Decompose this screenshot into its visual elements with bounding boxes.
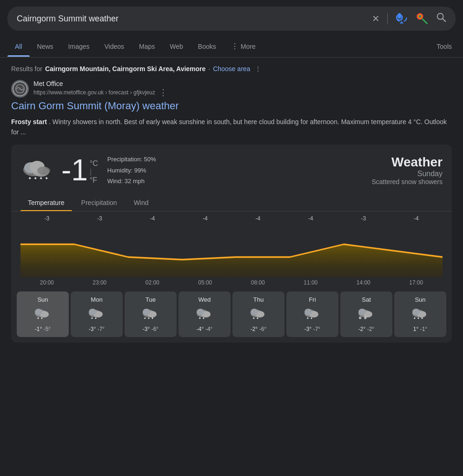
lens-icon[interactable] [416,12,429,25]
time-label-6: 14:00 [337,279,390,286]
svg-point-23 [89,309,96,315]
tab-images[interactable]: Images [61,36,97,57]
weather-condition: Scattered snow showers [371,178,443,185]
tools-button[interactable]: Tools [433,36,456,57]
day-card-6[interactable]: Sat ❄ ❄ -2° -2° [340,291,392,337]
source-header: Met Office https://www.metoffice.gov.uk … [11,80,452,98]
day-card-1[interactable]: Mon ✦ ✦ -3° -7° [71,291,123,337]
close-icon[interactable]: ✕ [372,13,380,24]
chart-label-6: -3 [337,215,390,222]
chart-label-1: -3 [73,215,126,222]
result-title[interactable]: Cairn Gorm Summit (Moray) weather [11,99,452,113]
day-temps-0: -1° -5° [20,326,66,332]
day-low-2: -6° [152,326,159,332]
day-card-5[interactable]: Fri ✦ ✦ -3° -7° [286,291,338,337]
results-prefix: Results for [11,65,42,73]
source-info: Met Office https://www.metoffice.gov.uk … [33,80,167,98]
tab-all[interactable]: All [7,36,30,57]
tab-web[interactable]: Web [162,36,191,57]
more-label: More [241,43,256,50]
day-high-1: -3° [89,326,96,332]
temp-chart-svg [20,226,443,278]
svg-point-19 [35,309,42,315]
weather-tab-precipitation[interactable]: Precipitation [74,195,125,211]
day-high-4: -2° [251,326,258,332]
svg-text:✦: ✦ [33,176,37,181]
day-low-4: -6° [259,326,266,332]
tab-books[interactable]: Books [191,36,224,57]
svg-text:✦: ✦ [45,176,48,181]
day-name-7: Sun [397,296,443,303]
chart-temp-labels: -3 -3 -4 -4 -4 -4 -3 -4 [11,212,452,222]
day-card-3[interactable]: Wed ✦ ✦ -4° -4° [179,291,231,337]
day-high-3: -4° [197,326,204,332]
tab-news[interactable]: News [30,36,61,57]
day-low-1: -7° [98,326,105,332]
results-separator: · [208,65,210,73]
current-weather: ✦ ✦ ✦ ✦ -1 °C | °F Precipitation: 50% Hu… [11,145,452,191]
chart-label-5: -4 [284,215,337,222]
humidity-detail: Humidity: 99% [107,165,156,176]
weather-label: Weather [371,155,443,170]
day-card-0[interactable]: Sun ✦ ✦ -1° -5° [17,291,69,337]
svg-text:✦ ✦ ✦: ✦ ✦ ✦ [144,317,154,320]
day-temps-2: -3° -6° [127,326,174,332]
day-high-0: -1° [35,326,42,332]
time-label-1: 23:00 [73,279,126,286]
svg-text:✦ ✦: ✦ ✦ [306,317,313,320]
fahrenheit-unit[interactable]: °F [90,176,98,185]
divider [387,13,388,24]
svg-text:✦ ✦: ✦ ✦ [91,317,97,320]
search-bar-container: Cairngorm Summit weather ✕ [0,0,463,35]
weather-summary: Weather Sunday Scattered snow showers [371,155,443,185]
day-name-6: Sat [343,296,390,303]
svg-text:✦ ✦: ✦ ✦ [37,317,43,320]
results-more-dots[interactable]: ⋮ [255,65,261,73]
day-temps-1: -3° -7° [73,326,120,332]
search-query[interactable]: Cairngorm Summit weather [17,14,372,24]
celsius-unit[interactable]: °C [90,159,98,168]
svg-point-43 [358,309,366,315]
chart-label-4: -4 [232,215,284,222]
result-description: Frosty start . Wintry showers in north. … [11,117,452,138]
day-temps-6: -2° -2° [343,326,390,332]
day-high-7: 1° [413,326,418,332]
tab-more[interactable]: ⋮ More [224,35,263,57]
mic-icon[interactable] [395,12,408,25]
svg-text:❄ ❄: ❄ ❄ [358,316,367,320]
day-icon-3: ✦ ✦ [181,306,228,323]
weather-icon-main: ✦ ✦ ✦ ✦ [20,155,54,186]
svg-rect-1 [398,13,401,19]
day-name-5: Fri [289,296,336,303]
source-name: Met Office [33,80,167,87]
svg-point-31 [197,309,204,315]
weather-tab-wind[interactable]: Wind [126,195,156,211]
tab-videos[interactable]: Videos [97,36,132,57]
nav-tabs: All News Images Videos Maps Web Books ⋮ … [0,35,463,58]
choose-area-link[interactable]: Choose area [213,65,250,73]
day-name-2: Tue [127,296,174,303]
day-high-6: -2° [358,326,365,332]
temp-units: °C | °F [90,156,98,185]
day-low-5: -7° [313,326,320,332]
source-logo [11,80,29,98]
svg-text:✦: ✦ [39,176,43,181]
svg-point-35 [251,309,258,315]
day-card-2[interactable]: Tue ✦ ✦ ✦ -3° -6° [125,291,177,337]
day-high-5: -3° [304,326,311,332]
day-card-7[interactable]: Sun ✦ ✦ ✦ 1° -1° [394,291,446,337]
source-card: Met Office https://www.metoffice.gov.uk … [11,80,452,137]
met-office-logo-icon [15,84,25,94]
weather-tab-temperature[interactable]: Temperature [20,195,72,211]
weather-details: Precipitation: 50% Humidity: 99% Wind: 3… [107,154,156,186]
day-icon-6: ❄ ❄ [343,306,390,323]
svg-point-39 [304,309,312,315]
search-button[interactable] [436,12,446,25]
day-low-3: -4° [205,326,212,332]
day-card-4[interactable]: Thu ✦ ✦ -2° -6° [232,291,284,337]
result-desc-rest: . Wintry showers in north. Best of early… [11,118,447,136]
tab-maps[interactable]: Maps [132,36,162,57]
source-menu-dots[interactable]: ⋮ [159,87,167,98]
chart-label-0: -3 [20,215,73,222]
day-icon-1: ✦ ✦ [73,306,120,323]
